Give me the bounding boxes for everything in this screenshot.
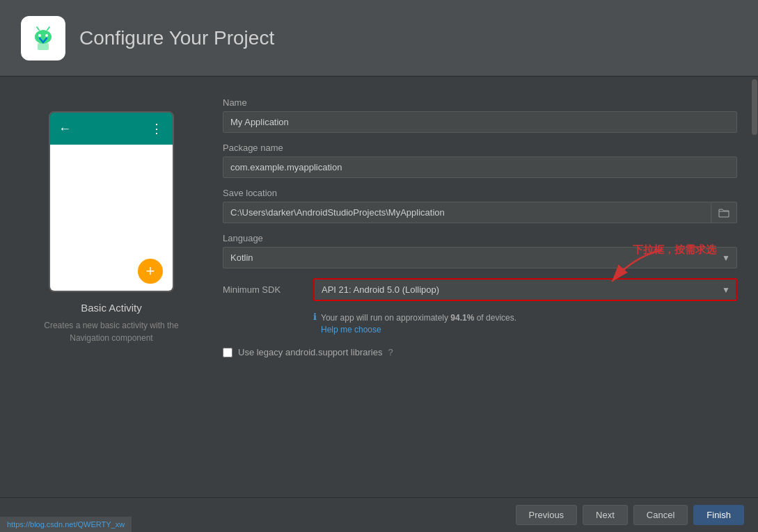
save-location-row: [223, 202, 737, 223]
minimum-sdk-row: Minimum SDK API 16: Android 4.1 (Jelly B…: [223, 278, 737, 301]
phone-fab: +: [138, 259, 163, 284]
scrollbar-thumb[interactable]: [752, 79, 757, 135]
package-field-group: Package name: [223, 143, 737, 178]
android-studio-logo: [21, 16, 65, 61]
package-label: Package name: [223, 143, 737, 153]
next-button[interactable]: Next: [583, 505, 628, 525]
minimum-sdk-label: Minimum SDK: [223, 284, 306, 295]
activity-label: Basic Activity: [81, 302, 142, 314]
sdk-info-row: ℹ Your app will run on approximately 94.…: [223, 311, 737, 334]
save-location-field-group: Save location: [223, 188, 737, 223]
save-location-input[interactable]: [223, 202, 711, 223]
minimum-sdk-select-wrapper: API 16: Android 4.1 (Jelly Bean) API 17:…: [313, 278, 737, 301]
legacy-support-row: Use legacy android.support libraries ?: [223, 347, 737, 357]
header: Configure Your Project: [0, 0, 758, 76]
phone-preview: ← ⋮ +: [49, 111, 174, 292]
page-title: Configure Your Project: [79, 27, 274, 49]
language-field-group: Language Kotlin Java ▼: [223, 233, 737, 268]
info-icon: ℹ: [313, 312, 317, 322]
phone-body: +: [50, 145, 173, 292]
sdk-info-text: Your app will run on approximately 94.1%…: [321, 311, 516, 334]
phone-menu-icon: ⋮: [150, 121, 164, 136]
svg-point-3: [45, 34, 48, 37]
activity-desc: Creates a new basic activity with the Na…: [42, 319, 181, 344]
language-label: Language: [223, 233, 737, 243]
previous-button[interactable]: Previous: [516, 505, 578, 525]
cancel-button[interactable]: Cancel: [633, 505, 688, 525]
scrollbar[interactable]: [751, 76, 758, 497]
info-text-after: of devices.: [474, 313, 516, 323]
save-location-label: Save location: [223, 188, 737, 198]
language-select-wrapper: Kotlin Java ▼: [223, 247, 737, 268]
help-me-choose-link[interactable]: Help me choose: [321, 325, 516, 334]
footer: https://blog.csdn.net/QWERTY_xw Previous…: [0, 497, 758, 532]
name-input[interactable]: [223, 111, 737, 133]
legacy-support-checkbox[interactable]: [223, 348, 232, 357]
info-percent: 94.1%: [450, 313, 474, 323]
name-field-group: Name: [223, 97, 737, 133]
svg-rect-6: [38, 43, 49, 50]
main-content: ← ⋮ + Basic Activity Creates a new basic…: [0, 76, 758, 497]
info-text-before: Your app will run on approximately: [321, 313, 450, 323]
language-select[interactable]: Kotlin Java: [223, 247, 737, 268]
package-input[interactable]: [223, 156, 737, 178]
legacy-support-label: Use legacy android.support libraries: [238, 347, 382, 357]
left-panel: ← ⋮ + Basic Activity Creates a new basic…: [21, 90, 202, 483]
browse-folder-button[interactable]: [711, 202, 737, 223]
url-bar: https://blog.csdn.net/QWERTY_xw: [0, 517, 132, 532]
name-label: Name: [223, 97, 737, 108]
phone-back-icon: ←: [58, 122, 71, 136]
minimum-sdk-select[interactable]: API 16: Android 4.1 (Jelly Bean) API 17:…: [313, 278, 737, 301]
legacy-help-icon[interactable]: ?: [388, 347, 393, 357]
finish-button[interactable]: Finish: [693, 505, 744, 525]
form-panel: Name Package name Save location: [223, 90, 737, 483]
svg-point-2: [38, 34, 41, 37]
phone-topbar: ← ⋮: [50, 113, 173, 145]
